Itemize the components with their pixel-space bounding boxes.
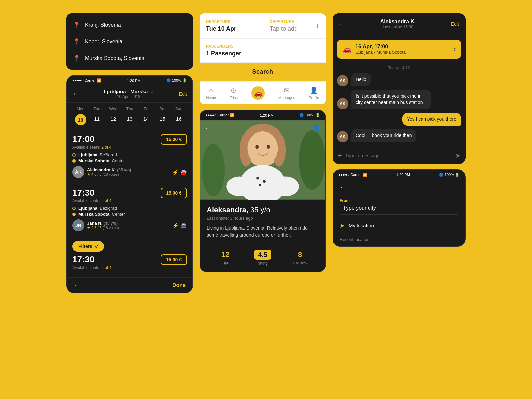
ride-booking-date: 16 Apr, 17:00 <box>355 44 406 50</box>
calendar-date[interactable]: 11 <box>89 114 105 125</box>
done-button[interactable]: Done <box>172 282 186 288</box>
chat-back-button[interactable]: ← <box>339 21 345 28</box>
location-marker-icon: ➤ <box>340 222 345 229</box>
list-item[interactable]: 📍 Kranj, Slovenia <box>66 17 193 33</box>
nav-item-profile[interactable]: 👤 Profile <box>309 86 319 100</box>
ride-booking-info: 16 Apr, 17:00 Ljubljana - Murska Sobota <box>355 44 406 55</box>
header-route: Ljubljana - Murska ... <box>104 89 153 94</box>
calendar-date-active[interactable]: 10 <box>75 114 86 125</box>
dest-dot <box>72 159 76 163</box>
price-badge: 15,00 € <box>161 134 187 145</box>
driver-icons: ⚡ 🚘 <box>172 169 187 175</box>
signal-dots: ●●●●○ Carrier 📶 <box>72 78 101 83</box>
nav-item-messages[interactable]: ✉ Messages <box>278 86 295 100</box>
svg-point-10 <box>253 175 272 188</box>
pin-icon: 📍 <box>73 55 80 62</box>
loc-back-button[interactable]: ← <box>340 184 346 191</box>
lightning-icon: ⚡ <box>172 222 179 229</box>
filters-label: Filters <box>78 244 92 249</box>
filters-button[interactable]: Filters ▽ <box>72 241 104 252</box>
stat-rating-label: rating <box>244 261 281 266</box>
loc-status-bar: ●●●●○ Carrier 📶 1:20 PM 🔵 100% 🔋 <box>333 170 465 180</box>
driver-name: Aleksandra K. (35 y/o) <box>87 167 131 172</box>
location-text: Koper, Slovenia <box>85 39 122 45</box>
nav-label-messages: Messages <box>278 96 295 100</box>
passengers-label: Passengers <box>206 44 319 49</box>
passengers-field[interactable]: Passengers 1 Passenger <box>200 39 326 63</box>
calendar-date[interactable]: 13 <box>121 114 138 125</box>
add-departure-button[interactable]: + <box>315 22 319 30</box>
chat-send-button[interactable]: ➤ <box>455 152 460 159</box>
nav-item-trips[interactable]: ⊙ Trips <box>230 86 238 100</box>
time: 1:20 PM <box>396 173 410 177</box>
rides-phone-frame: ●●●●○ Carrier 📶 1:20 PM 🔵 100% 🔋 ← Ljubl… <box>66 75 193 293</box>
calendar-date[interactable]: 12 <box>105 114 121 125</box>
calendar: Mon Tue Wed Thu Fri Sat Sun 10 11 12 13 … <box>67 103 192 129</box>
lightning-icon: ⚡ <box>172 169 179 175</box>
list-item[interactable]: 📍 Koper, Slovenia <box>66 33 193 50</box>
svg-point-12 <box>263 180 266 183</box>
ride-card[interactable]: 17:30 Available seats: 2 of 4 Ljubljana,… <box>67 183 192 236</box>
ride-time: 17:30 <box>72 188 125 198</box>
driver-name: Jana N. (35 y/o) <box>87 221 119 226</box>
car-active-circle: 🚗 <box>251 86 265 100</box>
ride-card-partial[interactable]: Filters ▽ 17:30 Available seats: 2 of 4 … <box>67 236 192 278</box>
message-row: Yes I can pick you there <box>337 113 461 126</box>
svg-point-8 <box>267 145 270 149</box>
calendar-date[interactable]: 14 <box>138 114 154 125</box>
edit-button[interactable]: Edit <box>179 91 187 97</box>
calendar-date[interactable]: 16 <box>171 114 187 125</box>
ride-footer: JN Jana N. (35 y/o) ★ 4.8 / 5 (18 votes)… <box>72 219 187 231</box>
svg-point-17 <box>273 176 299 196</box>
ride-card[interactable]: 17:00 Available seats: 2 of 4 Ljubljana,… <box>67 129 192 183</box>
stat-reviews-label: reviews <box>281 260 319 265</box>
car-icon: 🚘 <box>180 169 187 175</box>
chat-header-info: Aleksandra K. Last online 16:30 <box>345 19 451 29</box>
battery: 🔵 100% 🔋 <box>166 78 187 83</box>
departure-field[interactable]: Departure Tue 10 Apr <box>200 13 263 38</box>
profile-stats: 12 trips 4.5 rating 8 reviews <box>207 245 319 266</box>
stat-trips: 12 trips <box>207 250 244 266</box>
city-input-row[interactable]: Type your city <box>340 205 458 215</box>
profile-bio: Living in Ljubljana, Slovenia. Relativel… <box>207 225 319 239</box>
chat-panel: ← Aleksandra K. Last online 16:30 Edit 🚗… <box>332 13 466 164</box>
nav-label-trips: Trips <box>230 96 238 100</box>
driver-avatar: AK <box>72 166 84 178</box>
search-button[interactable]: Search <box>200 63 326 81</box>
departure-right-label: Departure <box>270 19 298 24</box>
chat-message-input[interactable] <box>345 153 452 158</box>
nav-item-home[interactable]: ⌂ Home <box>206 86 216 100</box>
message-row: AK Hello <box>337 73 461 86</box>
departure-right-field[interactable]: Departure Tap to add + <box>263 13 326 38</box>
stat-rating-value: 4.5 <box>244 250 281 259</box>
back-button[interactable]: ← <box>72 90 78 97</box>
ride-time: 17:00 <box>72 134 125 144</box>
message-bubble: Is it possible that you pick me in city … <box>351 90 431 109</box>
chat-timestamp: Today 14:12 <box>332 63 466 73</box>
location-text: Kranj, Slovenia <box>85 22 121 28</box>
location-list: 📍 Kranj, Slovenia 📍 Koper, Slovenia 📍 Mu… <box>66 13 193 70</box>
ride-booking-card[interactable]: 🚗 16 Apr, 17:00 Ljubljana - Murska Sobot… <box>337 40 461 59</box>
dest-dot <box>72 213 76 216</box>
calendar-date[interactable]: 15 <box>154 114 171 125</box>
nav-label-home: Home <box>206 95 216 99</box>
chat-edit-button[interactable]: Edit <box>451 21 459 27</box>
calendar-dates: 10 11 12 13 14 15 16 <box>72 114 187 125</box>
my-location-row[interactable]: ➤ My location <box>340 219 458 233</box>
back-bottom-button[interactable]: ← <box>74 282 80 289</box>
profile-user-button[interactable]: 👤 <box>312 125 321 133</box>
chat-contact-status: Last online 16:30 <box>345 25 451 29</box>
panel-right: ← Aleksandra K. Last online 16:30 Edit 🚗… <box>332 13 466 247</box>
list-item[interactable]: 📍 Murska Sobota, Slovenia <box>66 50 193 66</box>
messages-area: AK Hello AK Is it possible that you pick… <box>332 73 466 147</box>
time: 1:20 PM <box>260 113 274 117</box>
message-row: AK Cool i'll book your ride then <box>337 129 461 142</box>
driver-rating: ★ 4.8 / 5 (18 votes) <box>87 226 119 230</box>
chat-attach-button[interactable]: + <box>338 151 342 160</box>
nav-item-car[interactable]: 🚗 <box>251 86 265 100</box>
profile-back-button[interactable]: ← <box>205 125 211 132</box>
message-bubble: Hello <box>351 73 371 86</box>
search-panel: Departure Tue 10 Apr Departure Tap to ad… <box>200 13 326 104</box>
calendar-header: Mon Tue Wed Thu Fri Sat Sun <box>72 107 187 111</box>
messages-icon: ✉ <box>284 86 290 94</box>
